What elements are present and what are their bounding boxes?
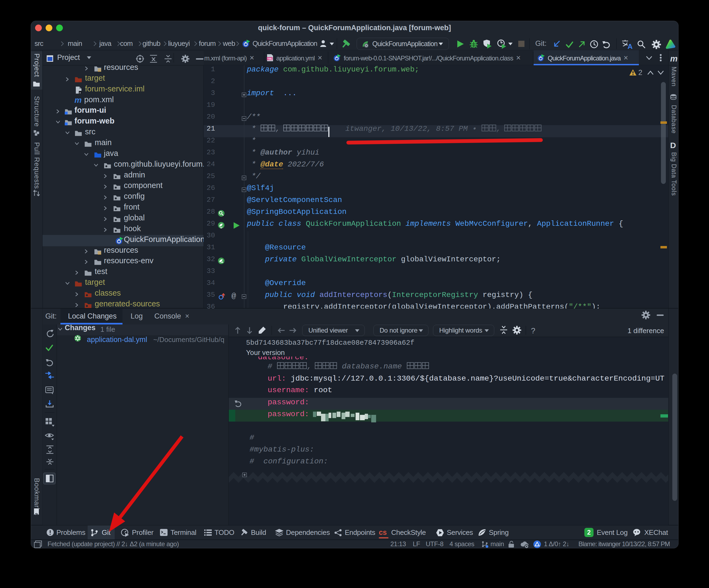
svg-text:A: A bbox=[628, 42, 632, 49]
svg-text:YML: YML bbox=[267, 57, 273, 60]
